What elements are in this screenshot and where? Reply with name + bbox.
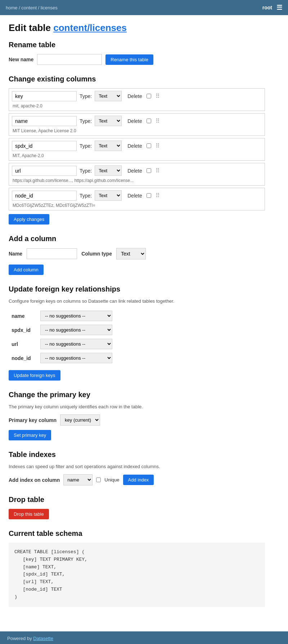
add-column-name-label: Name [9,251,22,257]
add-column-heading: Add a column [9,235,265,243]
change-columns-section: Change existing columns Type:TextInteger… [9,75,265,225]
primary-key-description: The primary key column uniquely identifi… [9,404,265,409]
apply-changes-row: Apply changes [9,214,265,225]
footer-text: Powered by [7,636,33,641]
delete-label: Delete [127,193,142,199]
foreign-keys-heading: Update foreign key relationships [9,285,265,293]
column-name-input[interactable] [12,91,77,101]
add-column-name-input[interactable] [27,248,77,259]
delete-checkbox[interactable] [147,119,151,123]
add-column-section: Add a column Name Column type TextIntege… [9,235,265,275]
username: root [262,5,272,10]
columns-list: Type:TextIntegerRealBlobDelete⠿mit, apac… [9,88,265,210]
fk-column-name: node_id [9,351,37,365]
primary-key-heading: Change the primary key [9,391,265,399]
add-index-label: Add index on column [9,477,60,483]
delete-label: Delete [127,168,142,174]
column-hint: MIT, Apache-2.0 [9,153,265,160]
navbar-right: root ☰ [262,4,282,12]
drag-handle-icon[interactable]: ⠿ [156,167,160,174]
type-label: Type: [80,118,92,124]
drop-table-button[interactable]: Drop this table [9,509,49,519]
column-type-select[interactable]: TextIntegerRealBlob [95,165,122,176]
add-index-row: Add index on column namespdx_idurlnode_i… [9,474,265,485]
unique-checkbox[interactable] [96,478,101,482]
column-hint: mit, apache-2.0 [9,103,265,111]
column-hint: https://api.github.com/license..., https… [9,178,265,185]
fk-row: url-- no suggestions -- [9,337,115,351]
drag-handle-icon[interactable]: ⠿ [156,117,160,124]
rename-table-section: Rename table New name Rename this table [9,41,265,65]
drag-handle-icon[interactable]: ⠿ [156,93,160,99]
column-type-select[interactable]: TextIntegerRealBlob [95,91,122,101]
menu-icon[interactable]: ☰ [276,4,282,12]
schema-section: Current table schema CREATE TABLE [licen… [9,529,265,607]
main-content: Edit table content/licenses Rename table… [0,15,274,624]
fk-row: spdx_id-- no suggestions -- [9,323,115,337]
new-name-label: New name [9,57,33,62]
column-type-select[interactable]: TextIntegerRealBlob [95,190,122,201]
pk-select[interactable]: key (current)namespdx_idurlnode_id [60,414,100,426]
column-row: Type:TextIntegerRealBlobDelete⠿https://a… [9,163,265,186]
pk-label: Primary key column [9,417,57,423]
foreign-keys-description: Configure foreign keys on columns so Dat… [9,298,265,304]
column-row: Type:TextIntegerRealBlobDelete⠿MDc6TGljZ… [9,188,265,210]
datasette-link[interactable]: Datasette [33,636,53,641]
add-column-row: Name Column type TextIntegerRealBlob [9,248,265,259]
page-title: Edit table content/licenses [9,22,265,34]
fk-column-name: name [9,309,37,323]
column-name-input[interactable] [12,141,77,151]
column-name-input[interactable] [12,191,77,201]
add-column-button[interactable]: Add column [9,265,44,275]
column-hint: MDc6TGljZW5zZTEz, MDc6TGljZW5zZTI= [9,203,265,210]
add-column-type-select[interactable]: TextIntegerRealBlob [116,248,146,259]
type-label: Type: [80,193,92,199]
fk-select[interactable]: -- no suggestions -- [40,339,112,349]
rename-button[interactable]: Rename this table [105,54,153,65]
unique-label: Unique [104,477,119,483]
table-link[interactable]: content/licenses [53,22,127,33]
breadcrumb: home / content / licenses [6,5,58,10]
foreign-keys-section: Update foreign key relationships Configu… [9,285,265,381]
column-name-input[interactable] [12,166,77,176]
foreign-keys-table: name-- no suggestions --spdx_id-- no sug… [9,309,115,365]
delete-checkbox[interactable] [147,94,151,98]
delete-checkbox[interactable] [147,193,151,198]
fk-select[interactable]: -- no suggestions -- [40,311,112,321]
schema-code: CREATE TABLE [licenses] ( [key] TEXT PRI… [9,543,265,607]
fk-select[interactable]: -- no suggestions -- [40,325,112,335]
fk-column-name: spdx_id [9,323,37,337]
column-row: Type:TextIntegerRealBlobDelete⠿mit, apac… [9,88,265,111]
add-index-column-select[interactable]: namespdx_idurlnode_id [63,474,93,485]
navbar: home / content / licenses root ☰ [0,0,288,15]
delete-label: Delete [127,93,142,99]
column-type-select[interactable]: TextIntegerRealBlob [95,116,122,126]
drag-handle-icon[interactable]: ⠿ [156,192,160,199]
primary-key-row: Primary key column key (current)namespdx… [9,414,265,426]
type-label: Type: [80,143,92,149]
column-type-select[interactable]: TextIntegerRealBlob [95,141,122,151]
update-foreign-keys-button[interactable]: Update foreign keys [9,370,60,381]
delete-label: Delete [127,118,142,124]
delete-checkbox[interactable] [147,168,151,173]
delete-label: Delete [127,143,142,149]
delete-checkbox[interactable] [147,143,151,148]
change-columns-heading: Change existing columns [9,75,265,83]
table-indexes-heading: Table indexes [9,450,265,459]
column-row: Type:TextIntegerRealBlobDelete⠿MIT, Apac… [9,138,265,161]
footer: Powered by Datasette [0,631,288,644]
drop-table-heading: Drop table [9,496,265,504]
apply-changes-button[interactable]: Apply changes [9,214,49,225]
add-index-button[interactable]: Add index [123,475,154,485]
add-column-type-label: Column type [81,251,112,257]
drag-handle-icon[interactable]: ⠿ [156,142,160,149]
schema-heading: Current table schema [9,529,265,538]
set-primary-key-button[interactable]: Set primary key [9,430,51,440]
column-row: Type:TextIntegerRealBlobDelete⠿MIT Licen… [9,113,265,136]
new-name-input[interactable] [37,54,102,65]
type-label: Type: [80,168,92,174]
column-name-input[interactable] [12,116,77,126]
primary-key-section: Change the primary key The primary key c… [9,391,265,440]
fk-select[interactable]: -- no suggestions -- [40,353,112,363]
table-indexes-section: Table indexes Indexes can speed up filte… [9,450,265,485]
